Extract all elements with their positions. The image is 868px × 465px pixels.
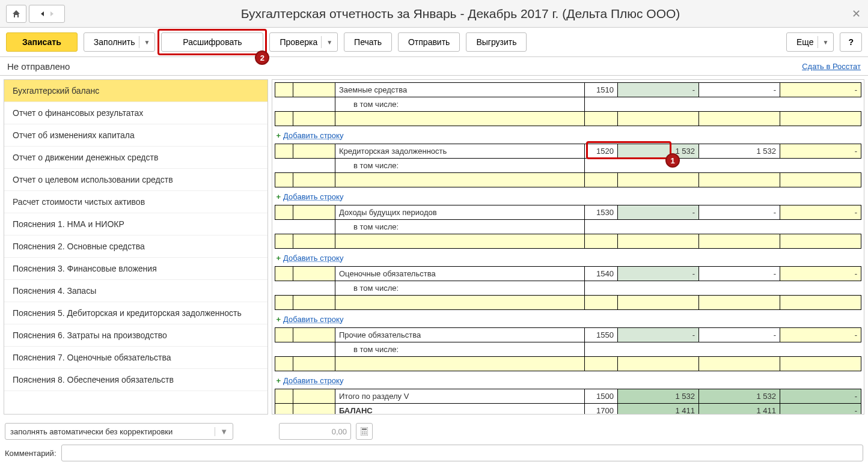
- row-name: Заемные средства: [335, 83, 585, 97]
- svg-point-5: [362, 433, 363, 434]
- fill-button[interactable]: Заполнить▼: [84, 32, 156, 52]
- table-row: в том числе:: [275, 281, 861, 296]
- sidebar-item[interactable]: Отчет о целевом использовании средств: [4, 169, 267, 191]
- including-label: в том числе:: [335, 281, 585, 296]
- comment-input[interactable]: [61, 445, 864, 461]
- value-input[interactable]: 0,00: [279, 423, 351, 440]
- row-code: 1540: [585, 267, 618, 281]
- cell[interactable]: [780, 404, 861, 415]
- sidebar-item[interactable]: Пояснения 2. Основные средства: [4, 236, 267, 258]
- row-name: Оценочные обязательства: [335, 267, 585, 281]
- table-row: Доходы будущих периодов 1530: [275, 205, 861, 220]
- export-button[interactable]: Выгрузить: [466, 32, 527, 52]
- svg-point-4: [365, 431, 367, 433]
- print-button[interactable]: Печать: [344, 32, 392, 52]
- sidebar[interactable]: Бухгалтерский баланс Отчет о финансовых …: [4, 79, 268, 415]
- cell[interactable]: [618, 267, 699, 281]
- row-name: Итого по разделу V: [335, 389, 585, 404]
- cell[interactable]: [699, 205, 780, 220]
- close-icon[interactable]: ✕: [850, 8, 862, 20]
- cell[interactable]: [618, 83, 699, 97]
- cell[interactable]: [699, 267, 780, 281]
- nav-back-forward[interactable]: [29, 5, 65, 23]
- table-row: Оценочные обязательства 1540: [275, 267, 861, 281]
- table-row: Прочие обязательства 1550: [275, 328, 861, 342]
- home-button[interactable]: [6, 5, 26, 23]
- add-row-link[interactable]: Добавить строку: [283, 129, 343, 142]
- row-code: 1510: [585, 83, 618, 97]
- table-row: Заемные средства 1510: [275, 83, 861, 97]
- sidebar-item[interactable]: Отчет о движении денежных средств: [4, 147, 267, 169]
- cell[interactable]: 1 411: [618, 404, 699, 415]
- sidebar-item[interactable]: Пояснения 3. Финансовые вложения: [4, 258, 267, 280]
- content-area[interactable]: Заемные средства 1510 в том числе:: [272, 79, 864, 415]
- cell[interactable]: 1 411: [699, 404, 780, 415]
- callout-1: 1: [665, 153, 680, 168]
- table-row: [275, 234, 861, 249]
- sidebar-item[interactable]: Пояснения 8. Обеспечения обязательств: [4, 369, 267, 391]
- row-code: 1700: [585, 404, 618, 415]
- submit-rosstat-link[interactable]: Сдать в Росстат: [802, 62, 861, 71]
- help-button[interactable]: ?: [840, 32, 862, 52]
- add-row-link[interactable]: Добавить строку: [283, 374, 343, 388]
- including-label: в том числе:: [335, 159, 585, 173]
- table-row: [275, 173, 861, 187]
- more-button[interactable]: Еще▼: [786, 32, 834, 52]
- cell[interactable]: 1 532: [699, 144, 780, 159]
- check-button[interactable]: Проверка▼: [269, 32, 338, 52]
- svg-point-6: [364, 433, 365, 434]
- cell[interactable]: [780, 389, 861, 404]
- sidebar-item-balance[interactable]: Бухгалтерский баланс: [4, 80, 267, 102]
- row-code: 1500: [585, 389, 618, 404]
- sidebar-item[interactable]: Пояснения 1. НМА и НИОКР: [4, 213, 267, 236]
- chevron-down-icon: ▼: [321, 36, 332, 48]
- cell[interactable]: 1 532: [618, 389, 699, 404]
- sidebar-item[interactable]: Пояснения 6. Затраты на производство: [4, 324, 267, 347]
- cell[interactable]: [699, 328, 780, 342]
- calculator-icon[interactable]: [356, 423, 373, 440]
- add-row-link[interactable]: Добавить строку: [283, 312, 343, 326]
- page-title: Бухгалтерская отчетность за Январь - Дек…: [71, 7, 850, 21]
- cell[interactable]: 1 532: [699, 389, 780, 404]
- svg-rect-1: [362, 428, 367, 430]
- decode-button[interactable]: Расшифровать: [161, 32, 263, 52]
- including-label: в том числе:: [335, 220, 585, 234]
- table-row: в том числе:: [275, 342, 861, 357]
- plus-icon: +: [277, 192, 281, 201]
- svg-point-3: [364, 431, 365, 433]
- cell[interactable]: [780, 144, 861, 159]
- add-row-link[interactable]: Добавить строку: [283, 190, 343, 204]
- svg-point-2: [362, 431, 363, 433]
- sidebar-item[interactable]: Пояснения 5. Дебиторская и кредиторская …: [4, 302, 267, 324]
- table-row: БАЛАНС 1700 1 411 1 411: [275, 404, 861, 415]
- cell[interactable]: [618, 205, 699, 220]
- sidebar-item[interactable]: Расчет стоимости чистых активов: [4, 191, 267, 213]
- sidebar-item[interactable]: Отчет о финансовых результатах: [4, 102, 267, 124]
- add-row-link[interactable]: Добавить строку: [283, 251, 343, 265]
- sidebar-item[interactable]: Отчет об изменениях капитала: [4, 124, 267, 147]
- cell[interactable]: [780, 328, 861, 342]
- plus-icon: +: [277, 315, 281, 324]
- sidebar-item[interactable]: Пояснения 7. Оценочные обязательства: [4, 347, 267, 369]
- row-code: 1520: [585, 144, 618, 159]
- table-row: Итого по разделу V 1500 1 532 1 532: [275, 389, 861, 404]
- cell[interactable]: [618, 328, 699, 342]
- send-button[interactable]: Отправить: [398, 32, 460, 52]
- row-code: 1530: [585, 205, 618, 220]
- cell[interactable]: [699, 83, 780, 97]
- table-row: [275, 357, 861, 371]
- table-row: в том числе:: [275, 97, 861, 112]
- cell[interactable]: [780, 267, 861, 281]
- including-label: в том числе:: [335, 342, 585, 357]
- cell[interactable]: [780, 205, 861, 220]
- row-code: 1550: [585, 328, 618, 342]
- cell-highlighted[interactable]: 1 532: [618, 144, 699, 159]
- cell[interactable]: [780, 83, 861, 97]
- fill-mode-select[interactable]: заполнять автоматически без корректировк…: [5, 423, 233, 440]
- plus-icon: +: [277, 131, 281, 140]
- save-button[interactable]: Записать: [6, 32, 78, 52]
- status-text: Не отправлено: [7, 61, 70, 71]
- row-name: Кредиторская задолженность: [335, 144, 585, 159]
- sidebar-item[interactable]: Пояснения 4. Запасы: [4, 280, 267, 302]
- including-label: в том числе:: [335, 97, 585, 112]
